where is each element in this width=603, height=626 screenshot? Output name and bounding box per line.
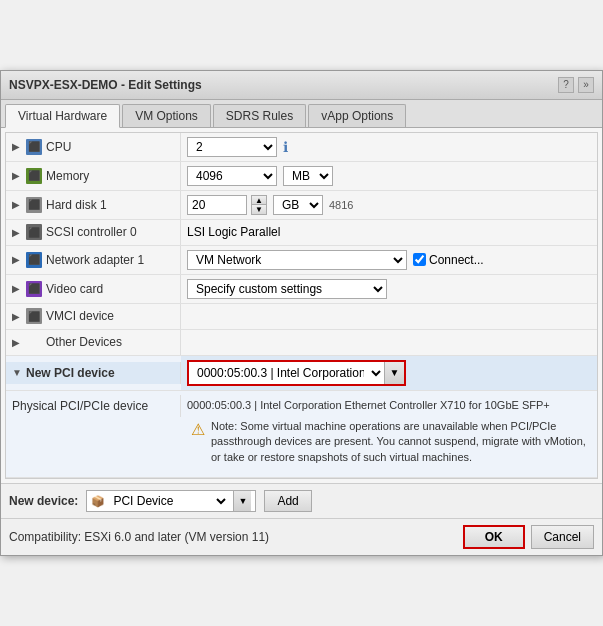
video-expand-arrow[interactable]: ▶ [12, 283, 22, 294]
cpu-expand-arrow[interactable]: ▶ [12, 141, 22, 152]
new-device-select[interactable]: PCI Device [109, 493, 229, 509]
disk-decrement-button[interactable]: ▼ [251, 205, 267, 215]
tab-vapp-options[interactable]: vApp Options [308, 104, 406, 127]
video-select[interactable]: Specify custom settings [187, 279, 387, 299]
pci-details: 0000:05:00.3 | Intel Corporation Etherne… [181, 395, 597, 473]
vmci-value [181, 304, 597, 329]
hardware-list: ▶ ⬛ CPU 2 ℹ ▶ ⬛ Memory [5, 132, 598, 479]
table-row: ▶ ⬛ CPU 2 ℹ [6, 133, 597, 162]
cpu-label: ▶ ⬛ CPU [6, 133, 181, 161]
title-bar: NSVPX-ESX-DEMO - Edit Settings ? » [1, 71, 602, 100]
disk-label-text: Hard disk 1 [46, 198, 107, 212]
pci-device-description: 0000:05:00.3 | Intel Corporation Etherne… [187, 399, 591, 411]
new-pci-label-text: New PCI device [26, 366, 115, 380]
memory-value: 4096 MB GB [181, 162, 597, 190]
hardware-items: ▶ ⬛ CPU 2 ℹ ▶ ⬛ Memory [6, 133, 597, 478]
disk-expand-arrow[interactable]: ▶ [12, 199, 22, 210]
compatibility-text: Compatibility: ESXi 6.0 and later (VM ve… [9, 530, 269, 544]
tab-bar: Virtual Hardware VM Options SDRS Rules v… [1, 100, 602, 128]
net-expand-arrow[interactable]: ▶ [12, 254, 22, 265]
physical-pci-label-text: Physical PCI/PCIe device [12, 399, 148, 413]
cpu-select[interactable]: 2 [187, 137, 277, 157]
physical-pci-label: Physical PCI/PCIe device [6, 395, 181, 417]
help-button[interactable]: ? [558, 77, 574, 93]
connect-label: Connect... [429, 253, 484, 267]
table-row: ▶ ⬛ Network adapter 1 VM Network Connect… [6, 246, 597, 275]
memory-label: ▶ ⬛ Memory [6, 162, 181, 190]
memory-select[interactable]: 4096 [187, 166, 277, 186]
status-bar: Compatibility: ESXi 6.0 and later (VM ve… [1, 518, 602, 555]
memory-label-text: Memory [46, 169, 89, 183]
table-row: ▶ ⬛ Video card Specify custom settings [6, 275, 597, 304]
scsi-icon: ⬛ [26, 224, 42, 240]
add-device-button[interactable]: Add [264, 490, 311, 512]
table-row: ▶ Other Devices [6, 330, 597, 356]
dialog-title: NSVPX-ESX-DEMO - Edit Settings [9, 78, 202, 92]
vmci-label-text: VMCI device [46, 309, 114, 323]
new-device-wrapper: 📦 PCI Device ▼ [86, 490, 256, 512]
pin-button[interactable]: » [578, 77, 594, 93]
memory-unit-select[interactable]: MB GB [283, 166, 333, 186]
other-label-text: Other Devices [46, 335, 122, 349]
action-buttons: OK Cancel [463, 525, 594, 549]
vmci-label: ▶ ⬛ VMCI device [6, 304, 181, 329]
table-row: ▶ ⬛ Memory 4096 MB GB [6, 162, 597, 191]
network-value: VM Network Connect... [181, 246, 597, 274]
new-pci-value: 0000:05:00.3 | Intel Corporation Ethe ▼ [181, 356, 597, 390]
pci-device-wrapper: 0000:05:00.3 | Intel Corporation Ethe ▼ [187, 360, 406, 386]
pci-device-select[interactable]: 0000:05:00.3 | Intel Corporation Ethe [189, 362, 384, 384]
table-row: ▼ New PCI device 0000:05:00.3 | Intel Co… [6, 356, 597, 478]
pci-device-icon: 📦 [91, 495, 105, 508]
cpu-label-text: CPU [46, 140, 71, 154]
video-icon: ⬛ [26, 281, 42, 297]
cpu-value: 2 ℹ [181, 133, 597, 161]
table-row: ▶ ⬛ Hard disk 1 ▲ ▼ GB MB 4816 [6, 191, 597, 220]
table-row: ▶ ⬛ SCSI controller 0 LSI Logic Parallel [6, 220, 597, 246]
connect-checkbox[interactable] [413, 253, 426, 266]
scsi-label-text: SCSI controller 0 [46, 225, 137, 239]
edit-settings-dialog: NSVPX-ESX-DEMO - Edit Settings ? » Virtu… [0, 70, 603, 556]
scsi-value-text: LSI Logic Parallel [187, 225, 280, 239]
cancel-button[interactable]: Cancel [531, 525, 594, 549]
tab-virtual-hardware[interactable]: Virtual Hardware [5, 104, 120, 128]
network-label: ▶ ⬛ Network adapter 1 [6, 246, 181, 274]
other-label: ▶ Other Devices [6, 330, 181, 355]
disk-size-input[interactable] [187, 195, 247, 215]
network-select[interactable]: VM Network [187, 250, 407, 270]
pci-dropdown-arrow[interactable]: ▼ [384, 362, 404, 384]
vmci-expand-arrow[interactable]: ▶ [12, 311, 22, 322]
new-device-label: New device: [9, 494, 78, 508]
cpu-icon: ⬛ [26, 139, 42, 155]
disk-icon: ⬛ [26, 197, 42, 213]
pci-warning-text: Note: Some virtual machine operations ar… [211, 419, 587, 465]
other-expand-arrow[interactable]: ▶ [12, 337, 22, 348]
scsi-value: LSI Logic Parallel [181, 220, 597, 245]
disk-increment-button[interactable]: ▲ [251, 195, 267, 205]
memory-expand-arrow[interactable]: ▶ [12, 170, 22, 181]
video-label: ▶ ⬛ Video card [6, 275, 181, 303]
warning-icon: ⚠ [191, 420, 205, 439]
new-device-bar: New device: 📦 PCI Device ▼ Add [1, 483, 602, 518]
disk-value: ▲ ▼ GB MB 4816 [181, 191, 597, 219]
title-buttons: ? » [558, 77, 594, 93]
ok-button[interactable]: OK [463, 525, 525, 549]
pci-warning-box: ⚠ Note: Some virtual machine operations … [187, 415, 591, 469]
memory-icon: ⬛ [26, 168, 42, 184]
new-device-dropdown-arrow[interactable]: ▼ [233, 491, 251, 511]
disk-note: 4816 [329, 199, 353, 211]
new-pci-label: ▼ New PCI device [6, 362, 181, 384]
net-label-text: Network adapter 1 [46, 253, 144, 267]
new-pci-expand-arrow[interactable]: ▼ [12, 367, 22, 378]
video-value: Specify custom settings [181, 275, 597, 303]
net-icon: ⬛ [26, 252, 42, 268]
cpu-info-icon[interactable]: ℹ [283, 139, 288, 155]
vmci-icon: ⬛ [26, 308, 42, 324]
video-label-text: Video card [46, 282, 103, 296]
scsi-expand-arrow[interactable]: ▶ [12, 227, 22, 238]
tab-sdrs-rules[interactable]: SDRS Rules [213, 104, 306, 127]
disk-unit-select[interactable]: GB MB [273, 195, 323, 215]
other-value [181, 330, 597, 355]
table-row: ▶ ⬛ VMCI device [6, 304, 597, 330]
hard-disk-label: ▶ ⬛ Hard disk 1 [6, 191, 181, 219]
tab-vm-options[interactable]: VM Options [122, 104, 211, 127]
